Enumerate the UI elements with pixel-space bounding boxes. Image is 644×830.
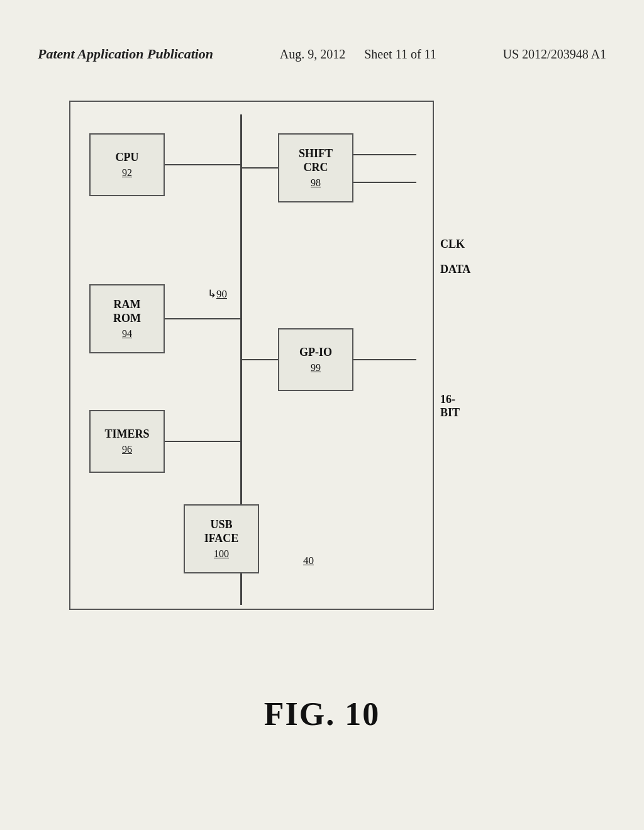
publication-date: Aug. 9, 2012 bbox=[280, 47, 345, 62]
clk-label: CLK bbox=[440, 238, 465, 251]
data-line bbox=[353, 182, 416, 183]
shift-num: 98 bbox=[311, 177, 321, 189]
usb-block: USBIFACE 100 bbox=[184, 504, 259, 573]
patent-publication-label: Patent Application Publication bbox=[38, 46, 213, 62]
16bit-line bbox=[353, 359, 416, 360]
clk-line bbox=[353, 154, 416, 155]
page: Patent Application Publication Aug. 9, 2… bbox=[0, 0, 644, 830]
ref-40: 40 bbox=[303, 555, 314, 567]
timers-label: TIMERS bbox=[104, 428, 149, 441]
usb-label: USBIFACE bbox=[204, 518, 239, 545]
ram-num: 94 bbox=[122, 328, 132, 340]
ref-90-num: 90 bbox=[216, 288, 227, 300]
shift-block: SHIFTCRC 98 bbox=[278, 133, 353, 202]
ram-connector bbox=[165, 318, 241, 319]
diagram-area: CPU 92 RAMROM 94 TIMERS 96 USBIFACE bbox=[38, 101, 465, 629]
ram-label: RAMROM bbox=[113, 298, 141, 325]
16bit-label: 16-BIT bbox=[440, 393, 465, 419]
data-label: DATA bbox=[440, 263, 470, 276]
gpio-block: GP-IO 99 bbox=[278, 328, 353, 391]
timers-num: 96 bbox=[122, 444, 132, 455]
usb-num: 100 bbox=[214, 548, 229, 560]
cpu-num: 92 bbox=[122, 167, 132, 179]
cpu-connector bbox=[165, 164, 241, 165]
outer-box: CPU 92 RAMROM 94 TIMERS 96 USBIFACE bbox=[69, 101, 434, 610]
ram-block: RAMROM 94 bbox=[89, 284, 165, 353]
shift-label: SHIFTCRC bbox=[299, 147, 333, 174]
header: Patent Application Publication Aug. 9, 2… bbox=[0, 46, 644, 62]
patent-number: US 2012/203948 A1 bbox=[503, 47, 606, 62]
ref-40-num: 40 bbox=[303, 555, 314, 567]
cpu-block: CPU 92 bbox=[89, 133, 165, 196]
timers-connector bbox=[165, 441, 241, 442]
timers-block: TIMERS 96 bbox=[89, 410, 165, 473]
header-center: Aug. 9, 2012 Sheet 11 of 11 bbox=[280, 47, 436, 62]
cpu-label: CPU bbox=[116, 151, 139, 165]
fig-caption: FIG. 10 bbox=[0, 695, 644, 733]
ref-90: ↳90 bbox=[208, 287, 227, 301]
gpio-label: GP-IO bbox=[299, 346, 332, 360]
sheet-info: Sheet 11 of 11 bbox=[364, 47, 436, 62]
gpio-connector bbox=[241, 359, 278, 360]
gpio-num: 99 bbox=[311, 362, 321, 374]
shift-connector bbox=[241, 167, 278, 169]
